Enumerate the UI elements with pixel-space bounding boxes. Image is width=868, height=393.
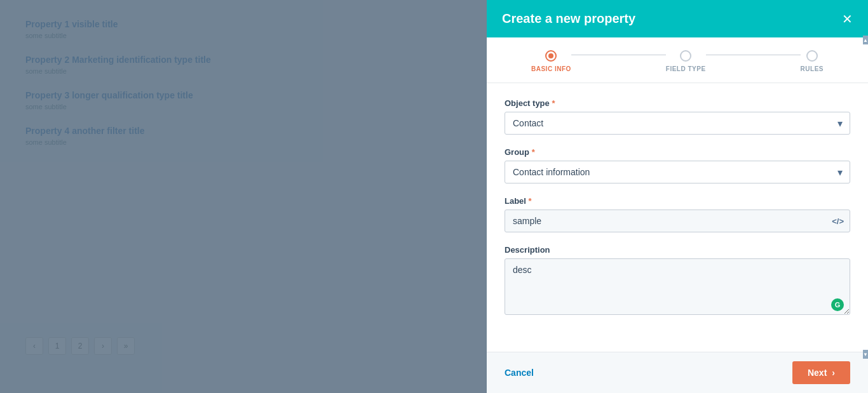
background-overlay xyxy=(0,0,487,393)
modal-footer: Cancel Next › xyxy=(487,352,868,393)
scroll-up-button[interactable]: ▲ xyxy=(863,36,868,44)
label-input-wrapper: </> xyxy=(505,210,850,232)
description-label: Description xyxy=(505,245,850,255)
object-type-select-wrapper: Contact Company Deal Ticket ▾ xyxy=(505,112,850,135)
modal-header: Create a new property ✕ xyxy=(487,0,868,37)
object-type-group: Object type * Contact Company Deal Ticke… xyxy=(505,98,850,135)
description-group: Description desc G xyxy=(505,245,850,317)
description-textarea-wrapper: desc G xyxy=(505,258,850,317)
modal-body: Object type * Contact Company Deal Ticke… xyxy=(487,83,868,352)
step-line-1 xyxy=(571,55,666,55)
description-textarea[interactable]: desc xyxy=(505,258,850,315)
group-group: Group * Contact information Social media… xyxy=(505,147,850,183)
next-arrow-icon: › xyxy=(832,368,835,378)
group-select[interactable]: Contact information Social media Convers… xyxy=(505,161,850,183)
object-type-label: Object type * xyxy=(505,98,850,108)
modal-title: Create a new property xyxy=(502,11,635,26)
step-circle-field-type xyxy=(680,50,691,62)
step-circle-rules xyxy=(806,50,818,62)
stepper: BASIC INFO FIELD TYPE RULES xyxy=(487,37,868,83)
close-button[interactable]: ✕ xyxy=(842,13,853,25)
grammarly-icon: G xyxy=(831,298,844,311)
step-line-2 xyxy=(706,55,801,55)
step-basic-info: BASIC INFO xyxy=(531,50,571,72)
label-input[interactable] xyxy=(505,210,850,232)
label-field-label: Label * xyxy=(505,196,850,206)
step-label-field-type: FIELD TYPE xyxy=(666,65,706,72)
step-label-rules: RULES xyxy=(801,65,824,72)
scroll-down-button[interactable]: ▼ xyxy=(863,350,868,359)
object-type-select[interactable]: Contact Company Deal Ticket xyxy=(505,112,850,135)
create-property-modal: Create a new property ✕ BASIC INFO FIELD… xyxy=(487,0,868,393)
code-icon[interactable]: </> xyxy=(832,216,844,226)
cancel-button[interactable]: Cancel xyxy=(505,368,534,378)
label-group: Label * </> xyxy=(505,196,850,232)
group-select-wrapper: Contact information Social media Convers… xyxy=(505,161,850,183)
step-label-basic-info: BASIC INFO xyxy=(531,65,571,72)
step-rules: RULES xyxy=(801,50,824,72)
step-circle-basic-info xyxy=(545,50,557,62)
next-button[interactable]: Next › xyxy=(792,361,850,384)
group-label: Group * xyxy=(505,147,850,157)
step-field-type: FIELD TYPE xyxy=(666,50,706,72)
